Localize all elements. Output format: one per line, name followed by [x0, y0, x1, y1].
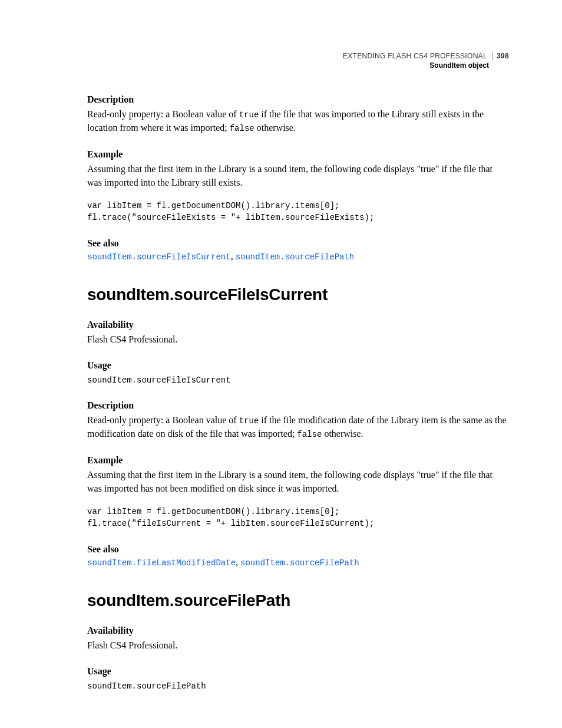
- description-block: Description Read-only property: a Boolea…: [87, 400, 509, 441]
- seealso-heading: See also: [87, 238, 509, 249]
- example-block: Example Assuming that the first item in …: [87, 149, 509, 224]
- description-block: Description Read-only property: a Boolea…: [87, 94, 509, 135]
- link-sourcefilepath[interactable]: soundItem.sourceFilePath: [240, 558, 359, 568]
- running-header: EXTENDING FLASH CS4 PROFESSIONAL 398 Sou…: [343, 52, 509, 70]
- seealso-block: See also soundItem.fileLastModifiedDate,…: [87, 544, 509, 568]
- section-name: SoundItem object: [343, 61, 509, 71]
- code-false: false: [297, 430, 322, 439]
- seealso-links: soundItem.sourceFileIsCurrent, soundItem…: [87, 251, 509, 262]
- page-number: 398: [492, 52, 509, 60]
- link-sourcefileiscurrent[interactable]: soundItem.sourceFileIsCurrent: [87, 252, 231, 262]
- seealso-links: soundItem.fileLastModifiedDate, soundIte…: [87, 557, 509, 568]
- code-false: false: [230, 124, 254, 133]
- desc-frag: otherwise.: [254, 123, 296, 133]
- availability-block: Availability Flash CS4 Professional.: [87, 625, 509, 652]
- separator: ,: [231, 251, 236, 261]
- availability-block: Availability Flash CS4 Professional.: [87, 319, 509, 346]
- code-true: true: [239, 110, 259, 120]
- availability-heading: Availability: [87, 625, 509, 636]
- description-heading: Description: [87, 94, 509, 105]
- example-block: Example Assuming that the first item in …: [87, 455, 509, 530]
- seealso-block: See also soundItem.sourceFileIsCurrent, …: [87, 238, 509, 262]
- usage-block: Usage soundItem.sourceFileIsCurrent: [87, 360, 509, 386]
- seealso-heading: See also: [87, 544, 509, 555]
- example-text: Assuming that the first item in the Libr…: [87, 162, 509, 189]
- example-heading: Example: [87, 455, 509, 466]
- usage-code: soundItem.sourceFilePath: [87, 680, 509, 692]
- description-text: Read-only property: a Boolean value of t…: [87, 413, 509, 441]
- heading-sourcefilepath: soundItem.sourceFilePath: [87, 591, 509, 610]
- description-heading: Description: [87, 400, 509, 411]
- availability-text: Flash CS4 Professional.: [87, 332, 509, 346]
- heading-sourcefileiscurrent: soundItem.sourceFileIsCurrent: [87, 285, 509, 304]
- desc-frag: otherwise.: [322, 429, 363, 439]
- example-text: Assuming that the first item in the Libr…: [87, 468, 509, 495]
- doc-title-line: EXTENDING FLASH CS4 PROFESSIONAL 398: [343, 52, 509, 61]
- availability-heading: Availability: [87, 319, 509, 330]
- example-heading: Example: [87, 149, 509, 160]
- desc-frag: Read-only property: a Boolean value of: [87, 415, 239, 425]
- usage-block: Usage soundItem.sourceFilePath: [87, 666, 509, 692]
- desc-frag: Read-only property: a Boolean value of: [87, 109, 239, 119]
- doc-title: EXTENDING FLASH CS4 PROFESSIONAL: [343, 52, 487, 60]
- page: EXTENDING FLASH CS4 PROFESSIONAL 398 Sou…: [0, 0, 562, 728]
- separator: ,: [236, 557, 240, 567]
- usage-heading: Usage: [87, 360, 509, 371]
- code-true: true: [239, 416, 259, 426]
- usage-code: soundItem.sourceFileIsCurrent: [87, 374, 509, 386]
- code-block: var libItem = fl.getDocumentDOM().librar…: [87, 506, 509, 530]
- link-sourcefilepath[interactable]: soundItem.sourceFilePath: [236, 252, 355, 262]
- content: Description Read-only property: a Boolea…: [87, 52, 509, 692]
- link-filelastmodifieddate[interactable]: soundItem.fileLastModifiedDate: [87, 558, 236, 568]
- availability-text: Flash CS4 Professional.: [87, 638, 509, 652]
- usage-heading: Usage: [87, 666, 509, 677]
- description-text: Read-only property: a Boolean value of t…: [87, 107, 509, 135]
- code-block: var libItem = fl.getDocumentDOM().librar…: [87, 200, 509, 224]
